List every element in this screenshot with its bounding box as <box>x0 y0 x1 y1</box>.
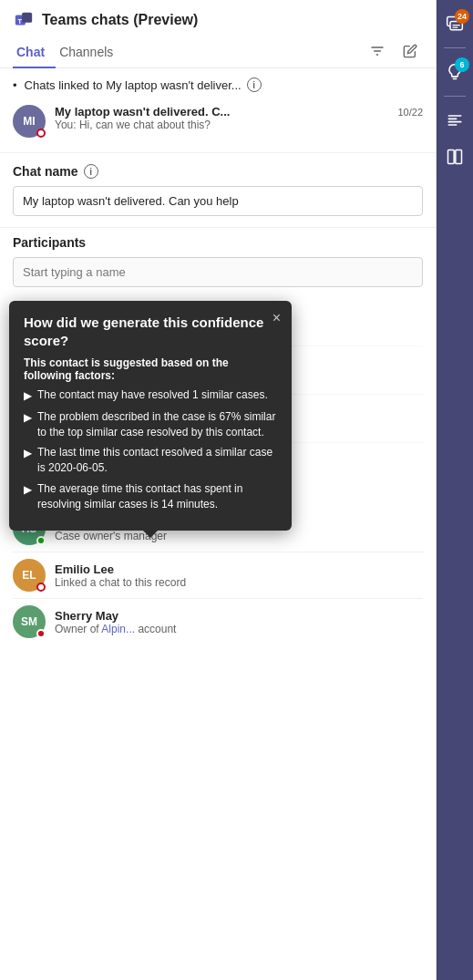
person-info-emilio: Emilio Lee Linked a chat to this record <box>55 562 423 589</box>
svg-text:T: T <box>18 17 23 26</box>
tab-actions <box>365 38 423 67</box>
tooltip-bullet-1: ▶ The contact may have resolved 1 simila… <box>24 387 277 404</box>
compose-icon[interactable] <box>397 38 423 64</box>
tooltip-title: How did we generate this confidence scor… <box>24 314 277 349</box>
status-emilio <box>36 583 46 592</box>
tooltip-close-button[interactable]: × <box>272 310 281 326</box>
chat-item-info: My laptop wasn't delivered. C... 10/22 Y… <box>55 105 423 131</box>
linked-bullet: • <box>13 78 17 92</box>
avatar-initials: MI <box>23 115 35 128</box>
list-sidebar-icon[interactable] <box>438 104 471 137</box>
bullet-icon-1: ▶ <box>24 388 32 404</box>
sidebar-divider-1 <box>444 47 466 48</box>
svg-rect-8 <box>448 150 455 164</box>
linked-chats-section: • Chats linked to My laptop wasn't deliv… <box>0 68 436 153</box>
tab-channels[interactable]: Channels <box>56 39 124 68</box>
chat-sidebar-icon[interactable]: 24 <box>438 7 471 40</box>
bullet-icon-4: ▶ <box>24 482 32 512</box>
status-sherry <box>36 629 46 638</box>
role-prefix-sherry: Owner of <box>55 623 101 635</box>
role-link-sherry[interactable]: Alpin... <box>101 623 135 635</box>
tooltip-bullet-4: ▶ The average time this contact has spen… <box>24 481 277 512</box>
avatar-mi: MI <box>13 105 46 138</box>
confidence-tooltip: × How did we generate this confidence sc… <box>9 301 292 531</box>
person-info-sherry: Sherry May Owner of Alpin... account <box>55 609 423 635</box>
avatar-status-linked <box>36 129 46 138</box>
person-item-sherry[interactable]: SM Sherry May Owner of Alpin... account <box>13 599 423 645</box>
participants-section: Participants <box>0 228 436 298</box>
svg-rect-11 <box>22 13 32 23</box>
tooltip-list: ▶ The contact may have resolved 1 simila… <box>24 387 277 512</box>
chat-name-info-icon[interactable]: i <box>84 164 98 179</box>
chat-list-item[interactable]: MI My laptop wasn't delivered. C... 10/2… <box>13 99 423 143</box>
header: T Teams chats (Preview) Chat Channels <box>0 0 436 68</box>
filter-icon[interactable] <box>365 38 390 64</box>
bullet-icon-2: ▶ <box>24 410 32 440</box>
avatar-emilio: EL <box>13 559 46 592</box>
page-title: Teams chats (Preview) <box>42 12 198 28</box>
person-name-emilio: Emilio Lee <box>55 562 423 576</box>
right-sidebar: 24 6 <box>437 0 473 980</box>
avatar-sherry: SM <box>13 605 46 638</box>
chat-item-date: 10/22 <box>397 107 423 118</box>
linked-chats-label: Chats linked to My laptop wasn't deliver… <box>25 78 242 92</box>
person-item-emilio[interactable]: EL Emilio Lee Linked a chat to this reco… <box>13 552 423 599</box>
person-role-emilio: Linked a chat to this record <box>55 576 423 589</box>
chat-item-preview: You: Hi, can we chat about this? <box>55 119 423 131</box>
bulb-sidebar-icon[interactable]: 6 <box>438 56 471 88</box>
tab-chat[interactable]: Chat <box>13 39 56 68</box>
person-role-holly: Case owner's manager <box>55 530 423 542</box>
status-holly <box>36 536 46 545</box>
tooltip-arrow <box>143 531 158 538</box>
person-name-sherry: Sherry May <box>55 609 423 623</box>
chat-name-label: Chat name <box>13 164 78 179</box>
chat-item-name: My laptop wasn't delivered. C... <box>55 105 230 119</box>
role-suffix-sherry: account <box>135 623 176 635</box>
teams-logo: T <box>13 9 35 31</box>
sidebar-divider-2 <box>444 96 466 97</box>
tooltip-bullet-2: ▶ The problem described in the case is 6… <box>24 409 277 440</box>
book-sidebar-icon[interactable] <box>438 140 471 173</box>
linked-chats-info-icon[interactable]: i <box>247 77 262 92</box>
bulb-badge: 6 <box>455 57 469 72</box>
svg-rect-9 <box>456 150 462 164</box>
chat-name-section: Chat name i <box>0 153 436 228</box>
person-role-sherry: Owner of Alpin... account <box>55 623 423 635</box>
participants-input[interactable] <box>13 257 423 287</box>
participants-label: Participants <box>13 235 86 250</box>
tooltip-bullet-3: ▶ The last time this contact resolved a … <box>24 445 277 476</box>
tabs-row: Chat Channels <box>13 38 423 67</box>
chat-name-input[interactable] <box>13 186 423 216</box>
chat-badge: 24 <box>455 9 469 24</box>
tooltip-subtitle: This contact is suggested based on the f… <box>24 356 277 382</box>
bullet-icon-3: ▶ <box>24 446 32 476</box>
